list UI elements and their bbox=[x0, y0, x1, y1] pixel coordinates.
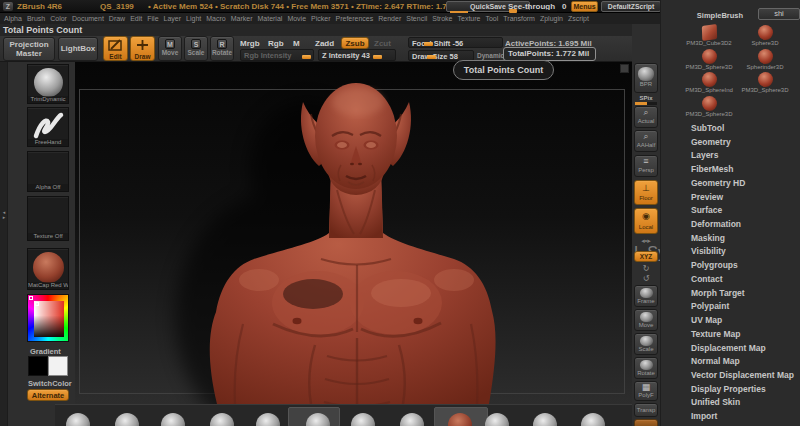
spin-cw-icon[interactable]: ↻ bbox=[634, 264, 658, 273]
color-picker[interactable] bbox=[27, 294, 69, 342]
tool-section-header[interactable]: Preview bbox=[691, 191, 799, 205]
brush-thumbnail[interactable] bbox=[210, 413, 234, 426]
local-button[interactable]: ◉ Local bbox=[634, 208, 658, 234]
menu-item[interactable]: Alpha bbox=[4, 15, 22, 22]
PM3D_Sphere3D[interactable]: PM3D_Sphere3D bbox=[681, 95, 737, 119]
spin-ccw-icon[interactable]: ↺ bbox=[634, 274, 658, 283]
tool-section-header[interactable]: Masking bbox=[691, 232, 799, 246]
rgb-intensity-slider[interactable]: Rgb Intensity bbox=[240, 49, 314, 61]
tool-section-header[interactable]: Contact bbox=[691, 273, 799, 287]
dynamic-toggle[interactable]: Dynamic bbox=[477, 52, 504, 59]
focal-shift-thumb[interactable] bbox=[424, 42, 433, 46]
menu-item[interactable]: Tool bbox=[485, 15, 498, 22]
Sphere3D[interactable]: Sphere3D bbox=[737, 24, 793, 48]
m-button[interactable]: M bbox=[293, 39, 300, 48]
PM3D_Sphere3D[interactable]: PM3D_Sphere3D bbox=[737, 71, 793, 95]
PM3D_Sphere3D[interactable]: PM3D_Sphere3D bbox=[681, 48, 737, 72]
rgb-intensity-thumb[interactable] bbox=[302, 55, 311, 59]
brush-thumbnail[interactable] bbox=[533, 413, 557, 426]
current-material-thumbnail[interactable]: MatCap Red Wax bbox=[27, 248, 69, 290]
z-intensity-slider[interactable]: Z Intensity 43 bbox=[318, 49, 396, 61]
tool-section-header[interactable]: Morph Target bbox=[691, 287, 799, 301]
mrgb-button[interactable]: Mrgb bbox=[240, 39, 260, 48]
menu-item[interactable]: Stroke bbox=[432, 15, 452, 22]
menu-item[interactable]: Marker bbox=[231, 15, 253, 22]
projection-master-button[interactable]: Projection Master bbox=[3, 37, 55, 61]
scale-mode-button[interactable]: S Scale bbox=[184, 36, 208, 61]
brush-thumbnail[interactable] bbox=[400, 413, 424, 426]
current-alpha-thumbnail[interactable]: Alpha Off bbox=[27, 151, 69, 192]
rotate-button[interactable]: Rotate bbox=[634, 357, 658, 379]
menu-item[interactable]: Transform bbox=[503, 15, 535, 22]
zsub-button[interactable]: Zsub bbox=[341, 37, 369, 49]
menu-item[interactable]: Stencil bbox=[406, 15, 427, 22]
PM3D_SphereInd[interactable]: PM3D_SphereInd bbox=[681, 71, 737, 95]
menu-item[interactable]: File bbox=[147, 15, 158, 22]
draw-button[interactable]: Draw bbox=[130, 36, 155, 61]
current-stroke-thumbnail[interactable]: FreeHand bbox=[27, 107, 69, 147]
tool-section-header[interactable]: Display Properties bbox=[691, 383, 799, 397]
brush-thumbnail[interactable] bbox=[485, 413, 509, 426]
tool-section-header[interactable]: Deformation bbox=[691, 218, 799, 232]
current-brush-thumbnail[interactable]: TrimDynamic bbox=[27, 64, 69, 104]
PM3D_Cube3D2[interactable]: PM3D_Cube3D2 bbox=[681, 24, 737, 48]
menu-item[interactable]: Material bbox=[257, 15, 282, 22]
default-zscript-button[interactable]: DefaultZScript bbox=[601, 1, 661, 12]
menu-item[interactable]: Document bbox=[72, 15, 104, 22]
brush-thumbnail[interactable] bbox=[351, 413, 375, 426]
brush-thumbnail[interactable] bbox=[66, 413, 90, 426]
current-texture-thumbnail[interactable]: Texture Off bbox=[27, 196, 69, 241]
move-button[interactable]: Move bbox=[634, 309, 658, 331]
saturation-square[interactable] bbox=[34, 301, 64, 337]
menu-item[interactable]: Draw bbox=[109, 15, 125, 22]
menu-item[interactable]: Zscript bbox=[568, 15, 589, 22]
menus-toggle-button[interactable]: Menus bbox=[571, 1, 598, 12]
main-color-swatch[interactable] bbox=[28, 356, 48, 376]
tool-section-header[interactable]: Geometry HD bbox=[691, 177, 799, 191]
frame-button[interactable]: Frame bbox=[634, 285, 658, 307]
tool-side-button[interactable]: shi bbox=[758, 8, 800, 20]
left-tray-divider[interactable] bbox=[0, 62, 8, 426]
menu-item[interactable]: Preferences bbox=[336, 15, 374, 22]
tray-divider-handle[interactable]: ◂▸ bbox=[0, 210, 8, 220]
polyf-button[interactable]: ▦ PolyF bbox=[634, 381, 658, 401]
scale-button[interactable]: Scale bbox=[634, 333, 658, 355]
menu-item[interactable]: Brush bbox=[27, 15, 45, 22]
tool-section-header[interactable]: Polygroups bbox=[691, 259, 799, 273]
alternate-button[interactable]: Alternate bbox=[27, 389, 69, 401]
brush-thumbnail[interactable] bbox=[256, 413, 280, 426]
draw-size-thumb[interactable] bbox=[427, 55, 436, 59]
actual-size-button[interactable]: ⌕ Actual bbox=[634, 106, 658, 128]
floor-button[interactable]: ⊥ Floor bbox=[634, 180, 658, 205]
tool-section-header[interactable]: Displacement Map bbox=[691, 342, 799, 356]
rotate-mode-button[interactable]: R Rotate bbox=[210, 36, 234, 61]
canvas-corner-icon[interactable] bbox=[620, 64, 629, 73]
menu-item[interactable]: Zplugin bbox=[540, 15, 563, 22]
aahalf-button[interactable]: ⌕ AAHalf bbox=[634, 130, 658, 152]
bpr-button[interactable]: BPR bbox=[634, 63, 658, 93]
z-intensity-thumb[interactable] bbox=[373, 55, 382, 59]
tool-section-header[interactable]: FiberMesh bbox=[691, 163, 799, 177]
tool-section-header[interactable]: Unified Skin bbox=[691, 396, 799, 410]
menu-item[interactable]: Texture bbox=[457, 15, 480, 22]
menu-item[interactable]: Render bbox=[378, 15, 401, 22]
tool-section-header[interactable]: Normal Map bbox=[691, 355, 799, 369]
xyz-button[interactable]: XYZ bbox=[634, 251, 658, 262]
switchcolor-button[interactable]: SwitchColor bbox=[28, 379, 72, 388]
zadd-button[interactable]: Zadd bbox=[315, 39, 334, 48]
tool-section-header[interactable]: Visibility bbox=[691, 245, 799, 259]
tool-section-header[interactable]: Surface bbox=[691, 204, 799, 218]
menu-item[interactable]: Color bbox=[50, 15, 67, 22]
brush-thumbnail[interactable] bbox=[115, 413, 139, 426]
focal-shift-slider[interactable]: Focal Shift -56 bbox=[408, 37, 503, 48]
zcut-button[interactable]: Zcut bbox=[374, 39, 391, 48]
tool-section-header[interactable]: SubTool bbox=[691, 122, 799, 136]
tool-section-header[interactable]: Vector Displacement Map bbox=[691, 369, 799, 383]
move-mode-button[interactable]: M Move bbox=[158, 36, 182, 61]
tool-section-header[interactable]: Texture Map bbox=[691, 328, 799, 342]
menu-item[interactable]: Edit bbox=[130, 15, 142, 22]
secondary-color-swatch[interactable] bbox=[48, 356, 68, 376]
ghost-button[interactable] bbox=[634, 419, 658, 426]
transp-button[interactable]: Transp bbox=[634, 403, 658, 417]
tool-section-header[interactable]: Polypaint bbox=[691, 300, 799, 314]
